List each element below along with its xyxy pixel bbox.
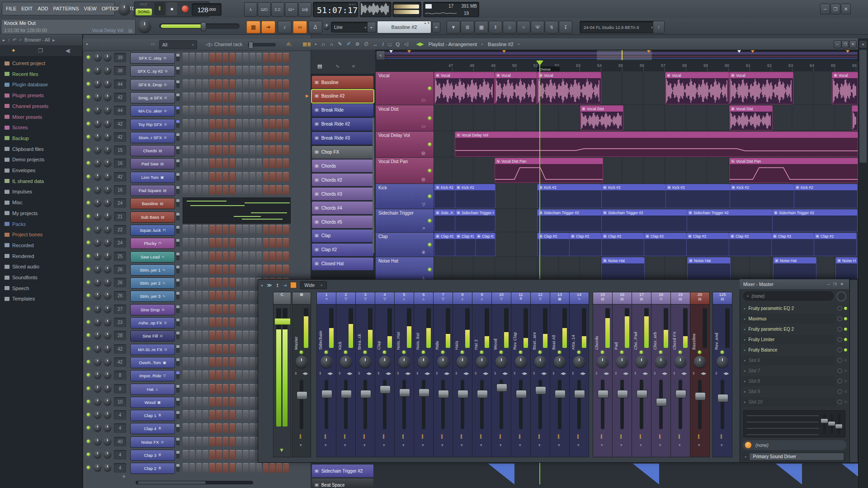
fx-slot-led[interactable] — [844, 348, 847, 352]
channel-mute-led[interactable] — [87, 360, 90, 363]
step-cell[interactable] — [183, 331, 189, 340]
step-cell[interactable] — [230, 225, 236, 235]
strip-pan-knob[interactable] — [437, 356, 449, 368]
step-cell[interactable] — [283, 66, 289, 75]
step-cell[interactable] — [203, 145, 208, 155]
step-cell[interactable] — [230, 252, 236, 261]
plugin-plug-icon[interactable]: ∥ — [519, 434, 521, 439]
step-cell[interactable] — [269, 132, 275, 142]
mixer-strip-header[interactable]: 14∿ — [569, 292, 589, 305]
browser-item-templates[interactable]: Templates — [5, 294, 81, 303]
step-cell[interactable] — [203, 331, 208, 340]
autoscroll-icon[interactable]: ⇥ — [283, 283, 287, 288]
channel-button-ma-co-aker[interactable]: MA Co..aker⊙ — [130, 105, 175, 117]
track-header-kick[interactable]: Kick▽ — [375, 183, 434, 209]
step-cell[interactable] — [276, 265, 282, 274]
clip-clap[interactable]: ≣Clap #2 — [814, 233, 857, 256]
tab-plugins-icon[interactable]: ◀: — [66, 47, 71, 54]
step-cell[interactable] — [276, 159, 282, 168]
strip-fader-handle[interactable] — [656, 398, 667, 406]
step-cell[interactable] — [183, 305, 189, 314]
step-cell[interactable] — [223, 53, 229, 62]
step-cell[interactable] — [216, 410, 222, 420]
channel-button-sfx-c-oisy[interactable]: SFX C..oisy⊙ — [130, 52, 175, 64]
channel-mute-led[interactable] — [87, 95, 90, 99]
plugin-plug-icon[interactable]: ∥ — [344, 434, 346, 439]
window-restore-button[interactable]: ❒ — [830, 4, 840, 14]
step-cell[interactable] — [203, 305, 208, 314]
browser-item-scores[interactable]: Scores — [5, 123, 81, 132]
picker-item-closed-hat[interactable]: ≣Closed Hat — [312, 258, 373, 270]
strip-led[interactable] — [363, 351, 367, 354]
channel-button-ashe-op-fx[interactable]: Ashe..op FX⊙ — [130, 317, 175, 328]
channel-volume-knob[interactable] — [104, 186, 111, 193]
mixer-strip-header[interactable]: 8⊥ — [453, 292, 472, 305]
strip-fader-track[interactable] — [480, 380, 484, 429]
back-icon[interactable]: ↶ — [13, 38, 16, 42]
step-cell[interactable] — [269, 145, 275, 155]
strip-led[interactable] — [344, 351, 347, 354]
mixer-strip-header[interactable]: 3▽ — [355, 292, 375, 305]
step-cell[interactable] — [183, 238, 189, 248]
step-cell[interactable] — [216, 423, 222, 433]
browser-item-mixer-presets[interactable]: Mixer presets — [5, 113, 81, 122]
mixer-strip-chords[interactable]: Chords⇕◀▶∥▾ — [593, 304, 613, 457]
channel-target-slider[interactable] — [176, 345, 179, 353]
channel-number-display[interactable]: 8 — [114, 384, 126, 394]
mixer-strip-header[interactable]: 12▽ — [530, 292, 550, 305]
route-arrow-icon[interactable]: ▾ — [640, 443, 642, 447]
step-cell[interactable] — [209, 318, 215, 327]
send-fader-handle[interactable] — [835, 424, 842, 428]
channel-pan-knob[interactable] — [94, 94, 101, 101]
picker-item-beat-space[interactable]: ≣Beat Space — [312, 479, 373, 488]
step-cell[interactable] — [189, 53, 195, 62]
channel-button-sfx-c-sy-2[interactable]: SFX C..sy #2⊙ — [130, 66, 175, 77]
mixer-toggle[interactable]: ‖ — [489, 21, 502, 33]
channel-mute-led[interactable] — [87, 254, 90, 258]
step-cell[interactable] — [216, 437, 222, 446]
step-cell[interactable] — [223, 238, 229, 248]
step-cell[interactable] — [236, 397, 242, 407]
channel-pan-knob[interactable] — [94, 451, 101, 458]
step-cell[interactable] — [203, 463, 208, 473]
step-cell[interactable] — [216, 132, 222, 142]
step-cell[interactable] — [183, 384, 189, 394]
step-cell[interactable] — [236, 53, 242, 62]
step-cell[interactable] — [230, 291, 236, 300]
volume-bar-1[interactable] — [394, 5, 419, 9]
strip-led[interactable] — [640, 351, 643, 354]
step-cell[interactable] — [203, 172, 208, 182]
channel-volume-knob[interactable] — [104, 213, 111, 220]
strip-fader-handle[interactable] — [380, 385, 391, 394]
headphones-icon[interactable]: ∩ — [321, 41, 326, 47]
step-cell[interactable] — [203, 225, 208, 235]
step-cell[interactable] — [209, 305, 215, 314]
track-led[interactable] — [428, 268, 431, 271]
track-led[interactable] — [428, 219, 431, 222]
step-cell[interactable] — [236, 331, 242, 340]
step-cell[interactable] — [269, 185, 275, 195]
step-cell[interactable] — [269, 66, 275, 75]
channel-pan-knob[interactable] — [94, 213, 101, 220]
mixer-strip-chord-fx[interactable]: Chord FX⇕◀▶∥▾ — [670, 304, 690, 457]
step-cell[interactable] — [236, 172, 242, 182]
delete-icon[interactable]: ⊘ — [355, 41, 359, 47]
channel-button-clap-3[interactable]: Clap 3※ — [130, 450, 175, 461]
step-cell[interactable] — [276, 66, 282, 75]
step-cell[interactable] — [223, 119, 229, 129]
channel-target-slider[interactable] — [176, 120, 179, 128]
step-cell[interactable] — [250, 265, 255, 274]
master-fader-handle[interactable] — [274, 318, 291, 325]
step-cell[interactable] — [250, 80, 255, 89]
channel-mute-led[interactable] — [87, 135, 90, 138]
fx-slot-led[interactable] — [844, 369, 847, 372]
plugin-plug-icon[interactable]: ∥ — [363, 434, 365, 439]
strip-led[interactable] — [601, 351, 604, 354]
channel-mute-led[interactable] — [87, 320, 90, 324]
typing-keyboard-icon[interactable]: ⅄ — [244, 2, 257, 17]
step-cell[interactable] — [216, 357, 222, 367]
step-cell[interactable] — [216, 305, 222, 314]
channel-pan-knob[interactable] — [94, 319, 101, 326]
step-cell[interactable] — [276, 238, 282, 248]
step-cell[interactable] — [216, 450, 222, 460]
